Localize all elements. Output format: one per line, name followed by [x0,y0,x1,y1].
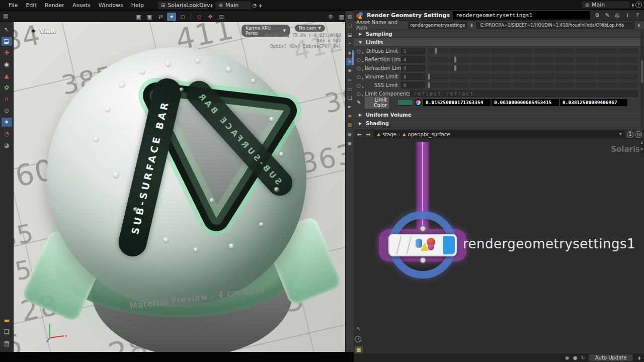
breadcrumb-openpbr[interactable]: openpbr_surface [408,132,450,137]
paint-shapes-icon[interactable]: ✿ [2,83,12,92]
menu-assets[interactable]: Assets [69,1,94,10]
snap-magnet-icon[interactable]: ∩ [2,95,12,104]
node-output-flag[interactable] [443,236,455,254]
asset-path-stepper[interactable]: ▲▼ [637,23,640,27]
section-sampling[interactable]: ▶ Sampling [354,30,644,38]
param-value-field[interactable]: 0 [401,73,425,80]
snap-options-icon[interactable]: ⊙ [2,106,12,115]
edit-pen-icon[interactable]: ✎ [357,100,365,105]
secure-selection-icon[interactable]: ⬓ [2,37,12,46]
memory-icon[interactable]: ● [573,355,578,360]
param-value-field[interactable]: 0 [401,82,425,88]
gray-ball-icon[interactable]: ● [346,139,354,147]
compare-snapshot-icon[interactable]: ⇄ [156,13,165,21]
render-region-icon[interactable]: ◔ [2,129,12,138]
param-slider[interactable] [427,57,638,62]
param-slider[interactable] [427,74,638,79]
asset-path-field[interactable]: C:/PROGRA~1/SIDEEF~1/HOUDIN~1.418/houdin… [476,22,635,29]
menu-render[interactable]: Render [41,1,68,10]
network-scroll-buttons[interactable]: ▲▼ [639,139,644,154]
info-icon[interactable]: i [623,12,631,20]
palette-icon[interactable]: ❖ [346,112,354,120]
render-settings-icon[interactable]: ⊡ [217,13,226,21]
limit-color-label[interactable]: Limit Color [365,97,389,109]
render-view-icon[interactable]: ✦ [167,13,176,21]
network-breadcrumb[interactable]: ▲ stage › ▲ openpbr_surface ▼ [374,131,625,138]
menu-windows[interactable]: Windows [95,1,127,10]
param-value-field[interactable]: 4 [401,56,425,63]
menu-file[interactable]: File [5,1,21,10]
auto-update-stepper[interactable]: ▲▼ [638,356,640,360]
limit-color-component-2[interactable]: 0.03812500089406967 [560,99,627,106]
section-limits[interactable]: ▼ Limits [354,38,644,47]
display-options-icon[interactable]: ∞ [346,76,354,83]
param-menu-icon[interactable]: ○ [357,49,365,54]
view-tool-icon[interactable]: ✦ [2,118,12,127]
info-icon[interactable]: i [355,336,361,342]
pane-help-icon[interactable]: ? [635,2,642,8]
node-name-input[interactable]: rendergeometrysettings1 [453,11,590,20]
desktop-stepper[interactable]: ▲▼ [210,4,213,8]
limit-color-component-0[interactable]: 0.015250000171363354 [423,99,491,106]
asset-name-stepper[interactable]: ▲▼ [470,23,473,27]
select-tool-icon[interactable]: ↖ [2,25,12,34]
blue-ball-icon[interactable]: ● [346,130,354,138]
node-input-connector[interactable] [420,225,426,232]
scene-selector[interactable]: ⊕ Main [215,1,252,10]
target-dot-icon[interactable]: ◎ [635,131,642,138]
param-menu-icon[interactable]: ○ [357,74,365,79]
snapshot-load-icon[interactable]: ▣ [145,13,154,21]
grid-snap-icon[interactable]: ▦ [355,346,363,353]
stop-render-icon[interactable]: ⊖ [195,13,204,21]
shade-mode-icon[interactable]: ✺ [346,67,354,74]
brush-icon[interactable]: ✎ [603,12,611,20]
param-slider[interactable] [427,48,638,54]
asset-name-dropdown[interactable]: rendergeometrysettings [408,22,467,29]
node-output-connector[interactable] [420,257,426,263]
desktop-selector[interactable]: ⊞ SolarisLookDev [157,1,208,10]
pane-menu-selector[interactable]: ▥ Main [582,1,630,9]
flipbook-icon[interactable]: ❖ [206,13,215,21]
param-slider[interactable] [427,65,638,71]
menu-help[interactable]: Help [128,1,147,10]
param-menu-icon[interactable]: ○ [357,83,365,88]
pane-stepper[interactable]: ▲▼ [631,3,634,7]
node-name-label[interactable]: rendergeometrysettings1 [463,236,635,251]
exclude-box-icon[interactable]: ☒ [346,121,354,129]
param-slider[interactable] [427,82,638,88]
objects-ball-icon[interactable]: ◉ [2,60,12,69]
handles-tool-icon[interactable]: ✚ [2,48,12,57]
param-menu-icon[interactable]: ○ [357,92,365,97]
drag-handle-icon[interactable]: ▦ [3,13,8,19]
paper-snippet-icon[interactable]: ❏ [2,327,12,336]
refresh-icon[interactable]: ↻ [581,355,585,360]
path-dropdown-icon[interactable]: ▼ [619,132,622,136]
param-value-field[interactable]: 4 [401,65,425,71]
color-wheel-icon[interactable] [415,99,422,106]
snapshot-count-badge[interactable]: 1 [627,131,633,138]
images-icon[interactable]: ❑ [346,94,354,102]
message-log-icon[interactable]: ◉ [565,355,570,360]
section-shading[interactable]: ▶ Shading [354,119,644,128]
persp-camera-icon[interactable]: ▥ [346,13,354,20]
section-uniform-volume[interactable]: ▶ Uniform Volume [354,111,644,119]
rendergeometrysettings-node[interactable] [388,234,457,256]
select-arrow-icon[interactable]: ↖ [355,325,363,332]
hand-icon[interactable]: ☛ [346,103,354,111]
monitor-icon[interactable]: ▭ [346,85,354,93]
layer-bucket-icon[interactable]: ▬ [2,316,12,325]
pose-tool-icon[interactable]: ▲ [2,71,12,80]
param-menu-icon[interactable]: ○ [357,57,365,62]
printer-icon[interactable]: ▤ [2,339,12,348]
gear-icon[interactable]: ⚙ [326,13,335,21]
camera-selector-pill[interactable]: No cam▼ [295,25,325,32]
magnify-icon[interactable]: ◻ [178,13,187,21]
forward-arrow-icon[interactable]: ➡ [365,131,372,138]
pin-view-icon[interactable]: ⌖ [346,40,354,47]
pie-icon[interactable]: ◔ [253,3,257,8]
snapshot-camera-icon[interactable]: ▣ [134,13,143,21]
scene-viewport[interactable]: 384385411412383603633853528136287 SUB-SU… [14,22,345,352]
color-swatch[interactable] [397,99,413,106]
limit-components-field[interactable]: reflect refract [410,90,638,97]
limit-color-component-1[interactable]: 0.061000000685453415 [492,99,559,106]
